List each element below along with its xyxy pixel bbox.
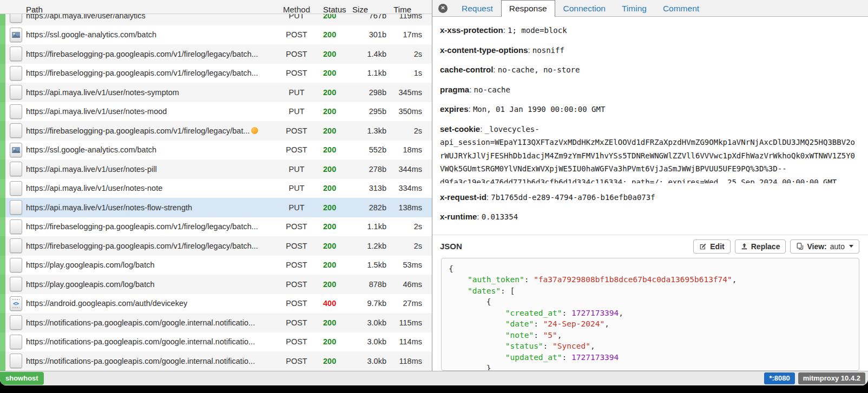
header-value: Mon, 01 Jan 1990 00:00:00 GMT xyxy=(473,105,605,114)
header-name: expires xyxy=(440,104,469,114)
status-bar: showhost *:8080 mitmproxy 10.4.2 xyxy=(0,371,868,385)
flow-icon-cell xyxy=(5,354,26,368)
flow-table-panel: Path Method Status Size Time https://api… xyxy=(0,0,432,371)
flow-table-header: Path Method Status Size Time xyxy=(0,0,432,14)
document-icon xyxy=(10,200,22,215)
size-cell: 1.4kb xyxy=(340,50,386,58)
status-cell: 200 xyxy=(316,88,340,97)
tls-indicator xyxy=(0,236,5,256)
flow-row[interactable]: https://firebaselogging-pa.googleapis.co… xyxy=(0,217,432,237)
tls-indicator xyxy=(0,141,5,160)
edit-button[interactable]: Edit xyxy=(693,239,730,254)
flow-row[interactable]: https://api.maya.live/v1/user/notes-symp… xyxy=(0,83,432,102)
method-cell: POST xyxy=(277,126,316,135)
version-badge: mitmproxy 10.4.2 xyxy=(798,372,865,384)
path-cell: https://play.googleapis.com/log/batch xyxy=(26,280,277,289)
flow-row[interactable]: https://ssl.google-analytics.com/batch P… xyxy=(0,141,432,160)
path-cell: https://api.maya.live/v1/user/notes-symp… xyxy=(26,88,277,97)
document-icon xyxy=(10,315,22,330)
flow-row[interactable]: https://firebaselogging-pa.googleapis.co… xyxy=(0,121,432,141)
time-cell: 2s xyxy=(386,242,422,250)
response-header-line: set-cookie: _lovecycles-api_session=WEpa… xyxy=(440,123,859,183)
time-cell: 114ms xyxy=(386,337,422,346)
header-value: nosniff xyxy=(532,46,564,55)
tab-comment[interactable]: Comment xyxy=(655,0,707,16)
size-cell: 1.3kb xyxy=(340,126,386,135)
method-column-header: Method xyxy=(277,5,316,14)
header-name: x-runtime xyxy=(440,212,477,221)
flow-row[interactable]: https://api.maya.live/v1/user/notes-flow… xyxy=(0,198,432,217)
status-cell: 200 xyxy=(316,126,340,135)
flow-row[interactable]: https://api.maya.live/v1/user/notes-mood… xyxy=(0,102,432,122)
replace-button[interactable]: Replace xyxy=(735,239,786,254)
size-cell: 1.5kb xyxy=(340,261,386,269)
method-cell: POST xyxy=(277,299,316,308)
status-column-header: Status xyxy=(316,5,340,14)
showhost-option-badge[interactable]: showhost xyxy=(0,372,44,385)
flow-row[interactable]: https://play.googleapis.com/log/batch PO… xyxy=(0,256,432,275)
time-cell: 118ms xyxy=(386,357,422,365)
code-icon: <> xyxy=(10,296,22,311)
flow-row[interactable]: https://play.googleapis.com/log/batch PO… xyxy=(0,275,432,294)
size-cell: 552b xyxy=(340,145,386,154)
tab-timing[interactable]: Timing xyxy=(614,0,655,16)
document-icon xyxy=(10,46,22,61)
method-cell: PUT xyxy=(277,203,316,212)
close-icon[interactable]: ✕ xyxy=(438,4,448,13)
size-cell: 767b xyxy=(340,14,386,20)
method-cell: PUT xyxy=(277,184,316,192)
view-mode-button[interactable]: View: auto xyxy=(790,239,859,254)
path-cell: https://api.maya.live/user/analytics xyxy=(26,14,277,20)
flow-row[interactable]: https://ssl.google-analytics.com/batch P… xyxy=(0,25,432,45)
size-cell: 295b xyxy=(340,107,386,116)
path-cell: https://ssl.google-analytics.com/batch xyxy=(26,145,277,154)
flow-row[interactable]: https://api.maya.live/v1/user/notes-note… xyxy=(0,179,432,198)
tab-request[interactable]: Request xyxy=(453,0,501,16)
size-column-header: Size xyxy=(340,5,386,14)
flow-row[interactable]: https://notifications-pa.googleapis.com/… xyxy=(0,332,432,352)
document-icon xyxy=(10,162,22,176)
flow-row[interactable]: https://firebaselogging-pa.googleapis.co… xyxy=(0,236,432,256)
flow-row[interactable]: https://firebaselogging-pa.googleapis.co… xyxy=(0,44,432,64)
document-icon xyxy=(10,354,22,368)
tls-indicator xyxy=(0,217,5,237)
pencil-square-icon xyxy=(699,243,707,250)
response-header-line: x-request-id: 7b1765dd-e289-4794-a706-b1… xyxy=(440,191,859,204)
path-column-header: Path xyxy=(26,5,277,14)
flow-row[interactable]: https://firebaselogging-pa.googleapis.co… xyxy=(0,64,432,83)
status-cell: 200 xyxy=(316,261,340,269)
method-cell: POST xyxy=(277,337,316,346)
path-cell: https://firebaselogging-pa.googleapis.co… xyxy=(26,50,277,58)
marker-orange-dot-icon xyxy=(251,127,258,134)
tab-connection[interactable]: Connection xyxy=(555,0,614,16)
size-cell: 278b xyxy=(340,165,386,174)
status-cell: 200 xyxy=(316,107,340,116)
flow-row[interactable]: https://api.maya.live/user/analytics PUT… xyxy=(0,14,432,25)
status-cell: 200 xyxy=(316,145,340,154)
time-cell: 344ms xyxy=(386,165,422,174)
status-cell: 200 xyxy=(316,357,340,365)
path-cell: https://notifications-pa.googleapis.com/… xyxy=(26,318,277,327)
tls-indicator xyxy=(0,198,5,217)
time-cell: 53ms xyxy=(386,261,422,269)
image-icon xyxy=(10,28,22,42)
detail-tabs: RequestResponseConnectionTimingComment xyxy=(453,0,707,16)
header-name: x-request-id xyxy=(440,192,486,202)
header-name: set-cookie xyxy=(440,124,480,134)
method-cell: POST xyxy=(277,145,316,154)
path-cell: https://firebaselogging-pa.googleapis.co… xyxy=(26,69,277,77)
status-cell: 200 xyxy=(316,69,340,77)
flow-row[interactable]: https://api.maya.live/v1/user/notes-pill… xyxy=(0,159,432,179)
tab-response[interactable]: Response xyxy=(501,0,555,17)
flow-row[interactable]: https://notifications-pa.googleapis.com/… xyxy=(0,313,432,332)
flow-row[interactable]: https://notifications-pa.googleapis.com/… xyxy=(0,351,432,371)
header-value: no-cache xyxy=(474,85,510,94)
flow-row[interactable]: <> https://android.googleapis.com/auth/d… xyxy=(0,294,432,314)
flow-icon-cell xyxy=(5,46,26,61)
time-cell: 46ms xyxy=(386,280,422,289)
time-cell: 2s xyxy=(386,222,422,231)
header-name: x-content-type-options xyxy=(440,45,528,55)
tls-indicator xyxy=(0,332,5,352)
document-icon xyxy=(10,219,22,234)
flow-icon-cell xyxy=(5,85,26,99)
